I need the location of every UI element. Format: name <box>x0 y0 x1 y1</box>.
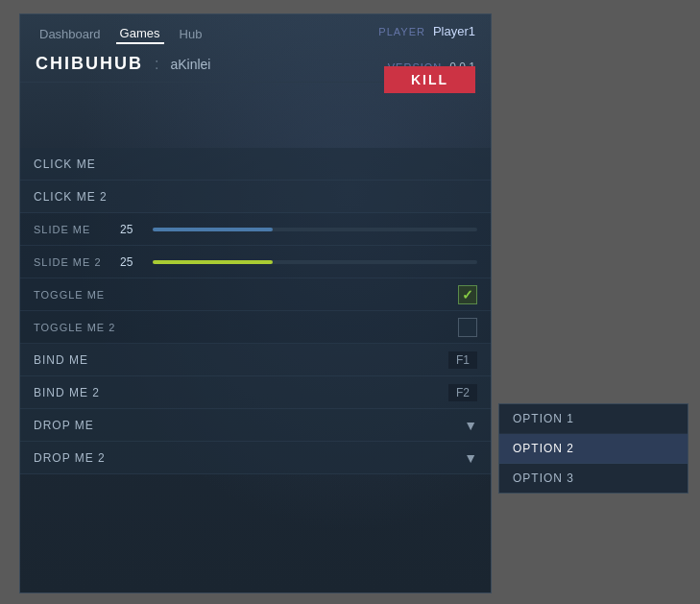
bind-me-key: F1 <box>448 351 477 369</box>
click-me-2-label: CLICK ME 2 <box>34 190 108 204</box>
toggle-me-checkbox[interactable]: ✓ <box>458 285 477 304</box>
content-area: CLICK ME CLICK ME 2 SLIDE ME 25 SLIDE ME… <box>20 140 491 482</box>
drop-me-2-row[interactable]: DROP ME 2 ▼ <box>20 442 491 474</box>
slide-me-2-row: SLIDE ME 2 25 <box>20 246 491 278</box>
nav-dashboard[interactable]: Dashboard <box>36 25 105 43</box>
player-value: Player1 <box>433 24 475 38</box>
toggle-me-2-label: TOGGLE ME 2 <box>34 322 448 333</box>
slide-me-label: SLIDE ME <box>34 224 110 235</box>
toggle-me-label: TOGGLE ME <box>34 289 448 301</box>
toggle-me-row: TOGGLE ME ✓ <box>20 278 491 311</box>
drop-me-2-label: DROP ME 2 <box>34 451 106 465</box>
dropdown-option-3[interactable]: OPTION 3 <box>499 464 688 493</box>
bind-me-2-key: F2 <box>448 384 477 401</box>
slide-me-track[interactable] <box>153 228 477 231</box>
slide-me-row: SLIDE ME 25 <box>20 213 491 246</box>
dropdown-popup: OPTION 1 OPTION 2 OPTION 3 <box>498 403 688 494</box>
bind-me-2-row[interactable]: BIND ME 2 F2 <box>20 376 491 409</box>
nav-games[interactable]: Games <box>116 24 164 44</box>
toggle-me-2-row: TOGGLE ME 2 <box>20 311 491 344</box>
toggle-me-2-checkbox[interactable] <box>458 318 477 337</box>
slide-me-2-track[interactable] <box>153 260 477 264</box>
drop-me-2-arrow-icon: ▼ <box>464 450 477 466</box>
click-me-label: CLICK ME <box>34 157 96 171</box>
slide-me-2-label: SLIDE ME 2 <box>34 256 110 268</box>
click-me-button[interactable]: CLICK ME <box>20 148 491 181</box>
drop-me-arrow-icon: ▼ <box>464 418 477 433</box>
slide-me-fill <box>153 228 273 231</box>
title-separator: : <box>155 56 158 73</box>
drop-me-label: DROP ME <box>34 419 94 432</box>
click-me-2-button[interactable]: CLICK ME 2 <box>20 181 491 213</box>
main-panel: PLAYER Player1 Dashboard Games Hub CHIBU… <box>19 13 492 593</box>
nav-hub[interactable]: Hub <box>176 25 206 43</box>
slide-me-value: 25 <box>120 223 143 236</box>
player-label: PLAYER <box>378 26 425 37</box>
dropdown-option-2[interactable]: OPTION 2 <box>499 434 688 464</box>
dropdown-option-1[interactable]: OPTION 1 <box>499 404 688 434</box>
checkmark-icon: ✓ <box>462 287 473 302</box>
bind-me-row[interactable]: BIND ME F1 <box>20 344 491 376</box>
bind-me-2-label: BIND ME 2 <box>34 386 100 399</box>
bind-me-label: BIND ME <box>34 353 88 367</box>
slide-me-2-value: 25 <box>120 255 143 269</box>
kill-button[interactable]: KILL <box>384 66 475 93</box>
app-title: CHIBUHUB <box>36 54 143 74</box>
player-row: PLAYER Player1 <box>378 24 475 38</box>
drop-me-row[interactable]: DROP ME ▼ <box>20 409 491 442</box>
slide-me-2-fill <box>153 260 273 264</box>
app-subtitle: aKinlei <box>170 57 210 72</box>
